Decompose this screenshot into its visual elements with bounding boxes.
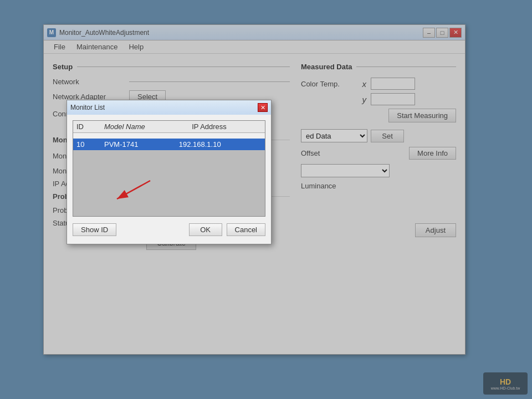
monitor-list-dialog: Monitor List ✕ ID Model Name IP Address <box>66 100 272 244</box>
col-id: ID <box>73 121 101 133</box>
monitor-table-container: ID Model Name IP Address 10 PVM-1741 192… <box>73 120 265 217</box>
table-header: ID Model Name IP Address <box>73 121 265 133</box>
cell-ip: 192.168.1.10 <box>176 139 265 150</box>
dialog-close-button[interactable]: ✕ <box>258 103 268 112</box>
modal-overlay: Monitor List ✕ ID Model Name IP Address <box>0 0 532 399</box>
table-row[interactable]: 10 PVM-1741 192.168.1.10 <box>73 139 265 150</box>
dialog-ok-cancel: OK Cancel <box>189 223 265 236</box>
cell-model-name: PVM-1741 <box>101 139 176 150</box>
dialog-title: Monitor List <box>70 104 105 111</box>
monitor-table: ID Model Name IP Address <box>73 121 265 133</box>
show-id-button[interactable]: Show ID <box>73 223 116 236</box>
dialog-title-bar: Monitor List ✕ <box>67 100 271 115</box>
cancel-button[interactable]: Cancel <box>227 223 265 236</box>
col-ip-address: IP Address <box>188 121 265 133</box>
dialog-buttons: Show ID OK Cancel <box>73 221 265 238</box>
table-body: 10 PVM-1741 192.168.1.10 <box>73 139 265 150</box>
dialog-content: ID Model Name IP Address 10 PVM-1741 192… <box>67 115 271 244</box>
ok-button[interactable]: OK <box>189 223 222 236</box>
monitor-data-table: 10 PVM-1741 192.168.1.10 <box>73 139 265 150</box>
cell-id: 10 <box>73 139 101 150</box>
table-body-area: 10 PVM-1741 192.168.1.10 <box>73 139 265 216</box>
col-model-name: Model Name <box>101 121 188 133</box>
